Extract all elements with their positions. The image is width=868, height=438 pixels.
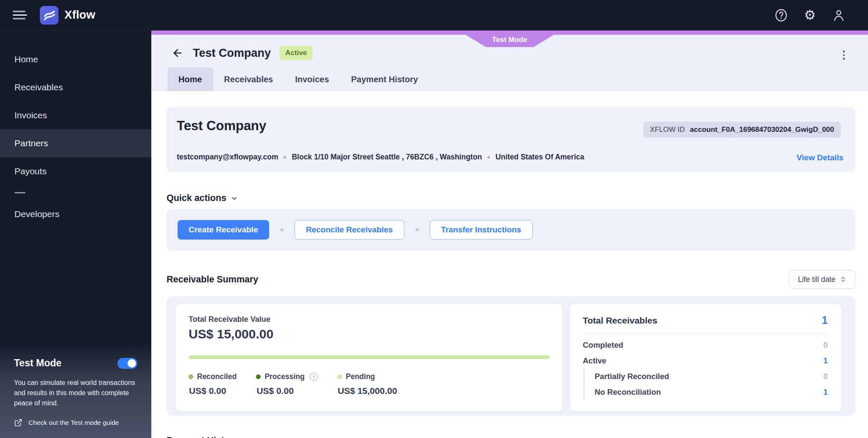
pending-dot-icon <box>337 374 342 379</box>
test-mode-toggle[interactable] <box>117 358 137 369</box>
total-receivables-card: Total Receivables 1 Completed 0 Active 1… <box>570 304 841 411</box>
sidebar-item-partners[interactable]: Partners <box>0 129 151 157</box>
reconciled-dot-icon <box>189 374 193 379</box>
row-label: Partially Reconciled <box>595 372 669 381</box>
date-range-select[interactable]: Life till date <box>789 270 855 289</box>
button-label: Reconcile Receivables <box>306 225 393 234</box>
tab-payment-history[interactable]: Payment History <box>340 67 429 91</box>
sidebar-item-label: Receivables <box>14 82 63 92</box>
xflow-id-label: XFLOW ID <box>650 126 685 134</box>
row-completed: Completed 0 <box>583 337 828 353</box>
test-mode-banner-label: Test Mode <box>492 36 527 44</box>
row-label: Active <box>583 356 606 365</box>
test-mode-guide-link[interactable]: Check out the Test mode guide <box>14 418 137 427</box>
reconciled-amount: US$ 0.00 <box>189 386 236 396</box>
quick-actions-card: Create Receivable Reconcile Receivables … <box>167 209 855 251</box>
total-receivables-title: Total Receivables <box>583 315 657 326</box>
page-title: Test Company <box>193 47 271 60</box>
main-content: Test Mode Test Company Active Home Recei… <box>151 31 868 438</box>
row-value: 0 <box>823 372 828 381</box>
receivable-summary-heading: Receivable Summary <box>167 274 258 285</box>
sidebar-item-label: Payouts <box>14 166 47 176</box>
test-mode-panel: Test Mode You can simulate real world tr… <box>0 343 151 438</box>
test-mode-guide-label: Check out the Test mode guide <box>28 419 119 427</box>
dot-separator <box>487 156 490 159</box>
sidebar-item-label: Home <box>14 54 38 64</box>
row-value: 1 <box>823 388 828 397</box>
external-link-icon <box>14 418 22 427</box>
sidebar-item-developers[interactable]: Developers <box>0 200 151 228</box>
legend-name: Processing <box>264 372 304 381</box>
sidebar-item-label: Partners <box>14 138 48 148</box>
divider <box>583 333 828 333</box>
xflow-logo-icon <box>40 6 58 25</box>
row-active: Active 1 <box>583 353 828 368</box>
tab-invoices[interactable]: Invoices <box>284 67 340 91</box>
tab-label: Payment History <box>351 75 418 84</box>
tab-receivables[interactable]: Receivables <box>213 67 284 91</box>
back-button[interactable] <box>172 47 184 59</box>
sidebar-item-home[interactable]: Home <box>0 45 151 73</box>
legend-processing: Processing i US$ 0.00 <box>256 372 317 396</box>
button-label: Create Receivable <box>189 225 258 234</box>
tab-home[interactable]: Home <box>167 67 213 91</box>
select-chevrons-icon <box>840 276 846 283</box>
company-card: Test Company XFLOW ID account_F0A_169684… <box>167 107 855 172</box>
company-country: United States Of America <box>495 153 584 162</box>
profile-icon[interactable] <box>832 8 846 22</box>
processing-dot-icon <box>256 374 261 379</box>
row-label: No Reconciliation <box>595 388 661 397</box>
company-address: Block 1/10 Major Street Seattle , 76BZC6… <box>292 153 482 162</box>
view-details-link[interactable]: View Details <box>796 153 843 162</box>
sidebar-divider <box>14 192 25 193</box>
top-bar: Xflow ⚙ <box>0 0 868 31</box>
test-mode-description: You can simulate real world transactions… <box>14 378 139 408</box>
total-receivables-count: 1 <box>822 314 828 326</box>
legend-reconciled: Reconciled US$ 0.00 <box>189 372 236 396</box>
row-label: Completed <box>583 340 623 350</box>
status-badge: Active <box>279 46 313 60</box>
pending-amount: US$ 15,000.00 <box>337 386 397 396</box>
receivable-summary-container: Total Receivable Value US$ 15,000.00 Rec… <box>167 296 855 416</box>
kebab-menu-icon[interactable] <box>838 47 849 63</box>
dot-separator <box>284 156 286 159</box>
quick-actions-heading: Quick actions <box>167 193 226 204</box>
tab-label: Receivables <box>224 75 273 84</box>
menu-icon[interactable] <box>13 9 28 22</box>
button-label: Transfer Instructions <box>441 225 521 234</box>
sidebar-item-receivables[interactable]: Receivables <box>0 73 151 101</box>
receivable-legend: Reconciled US$ 0.00 Processing i US$ 0.0… <box>189 372 550 396</box>
sidebar-item-payouts[interactable]: Payouts <box>0 157 151 185</box>
test-mode-strip <box>151 31 868 35</box>
brand-name: Xflow <box>64 8 95 22</box>
row-value: 1 <box>823 356 828 365</box>
total-receivable-value-label: Total Receivable Value <box>189 315 550 324</box>
sidebar-item-label: Invoices <box>14 110 47 120</box>
dot-separator <box>280 228 284 232</box>
processing-amount: US$ 0.00 <box>256 386 317 396</box>
gear-icon[interactable]: ⚙ <box>803 8 817 22</box>
row-value: 0 <box>823 340 828 350</box>
reconcile-receivables-button[interactable]: Reconcile Receivables <box>295 220 404 240</box>
legend-name: Reconciled <box>197 372 236 381</box>
company-info-row: testcompany@xflowpay.com Block 1/10 Majo… <box>177 153 584 162</box>
sidebar-item-invoices[interactable]: Invoices <box>0 101 151 129</box>
legend-name: Pending <box>346 372 375 381</box>
tab-label: Home <box>178 75 202 84</box>
info-icon[interactable]: i <box>310 373 318 381</box>
test-mode-title: Test Mode <box>14 357 61 369</box>
active-breakdown-group: Partially Reconciled 0 No Reconciliation… <box>584 368 828 400</box>
row-no-reconciliation: No Reconciliation 1 <box>595 384 828 400</box>
create-receivable-button[interactable]: Create Receivable <box>178 220 269 240</box>
receivable-progress-bar <box>189 355 550 359</box>
arrow-left-icon <box>172 47 184 59</box>
xflow-id-value: account_F0A_1696847030204_GwigD_000 <box>690 126 834 134</box>
transfer-instructions-button[interactable]: Transfer Instructions <box>430 220 533 240</box>
legend-pending: Pending US$ 15,000.00 <box>337 372 397 396</box>
tab-label: Invoices <box>295 75 329 84</box>
chevron-down-icon[interactable] <box>231 195 238 202</box>
total-receivable-value: US$ 15,000.00 <box>189 327 550 341</box>
total-receivable-value-card: Total Receivable Value US$ 15,000.00 Rec… <box>176 304 562 411</box>
help-icon[interactable] <box>774 8 788 22</box>
dot-separator <box>415 228 419 232</box>
